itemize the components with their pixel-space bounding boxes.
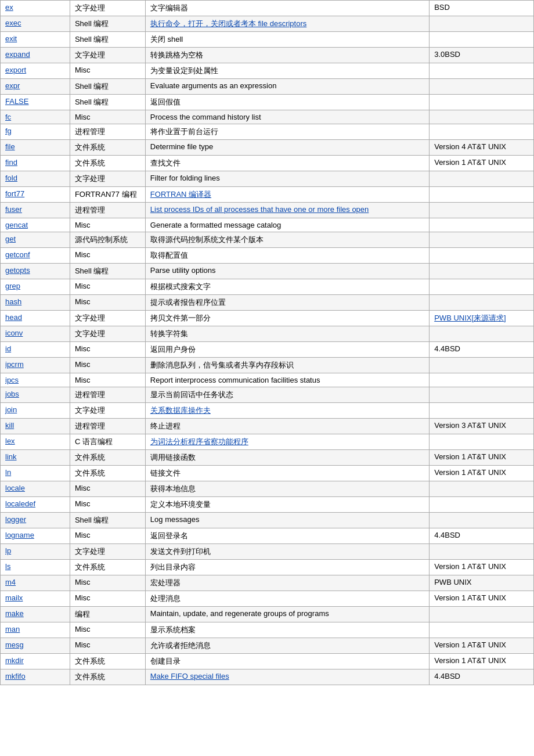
command-link[interactable]: kill <box>5 421 14 430</box>
description-cell: 为变量设定到处属性 <box>145 63 429 79</box>
command-link[interactable]: head <box>5 313 22 322</box>
command-link[interactable]: mkfifo <box>5 672 26 681</box>
category-cell: Misc <box>70 575 145 591</box>
table-row: loggerShell 编程Log messages <box>1 513 534 528</box>
command-link[interactable]: link <box>5 452 17 461</box>
command-link[interactable]: iconv <box>5 329 23 337</box>
table-row: FALSEShell 编程返回假值 <box>1 95 534 110</box>
command-link[interactable]: id <box>5 344 11 353</box>
description-link[interactable]: List process IDs of all processes that h… <box>150 205 369 214</box>
command-link[interactable]: fort77 <box>5 189 24 198</box>
description-link[interactable]: 执行命令，打开，关闭或者考本 file descriptors <box>150 19 306 28</box>
command-link[interactable]: fc <box>5 113 11 121</box>
version-cell <box>430 79 534 95</box>
command-link[interactable]: mailx <box>5 593 23 602</box>
command-link[interactable]: lex <box>5 437 15 445</box>
category-cell: Misc <box>70 110 145 124</box>
category-cell: Misc <box>70 481 145 497</box>
command-link[interactable]: join <box>5 405 17 414</box>
category-cell: 文字处理 <box>70 1 145 16</box>
command-link[interactable]: locale <box>5 484 25 492</box>
command-link[interactable]: getconf <box>5 250 30 259</box>
table-row: ipcsMiscReport interprocess communicatio… <box>1 373 534 387</box>
command-link[interactable]: FALSE <box>5 97 28 106</box>
description-link[interactable]: 为词法分析程序省察功能程序 <box>150 437 248 446</box>
description-cell: 文字编辑器 <box>145 1 429 16</box>
command-cell: expr <box>1 79 70 95</box>
description-cell: 定义本地环境变量 <box>145 497 429 513</box>
description-cell: 列出目录内容 <box>145 560 429 575</box>
command-link[interactable]: expr <box>5 81 20 90</box>
command-link[interactable]: fg <box>5 127 12 135</box>
command-link[interactable]: get <box>5 235 16 243</box>
command-link[interactable]: m4 <box>5 578 16 586</box>
command-cell: getconf <box>1 248 70 264</box>
version-cell <box>430 373 534 387</box>
table-row: localedefMisc定义本地环境变量 <box>1 497 534 513</box>
table-row: head文字处理拷贝文件第一部分PWB UNIX[来源请求] <box>1 311 534 326</box>
command-link[interactable]: jobs <box>5 390 19 398</box>
category-cell: 文字处理 <box>70 403 145 419</box>
table-row: mkdir文件系统创建目录Version 1 AT&T UNIX <box>1 654 534 669</box>
description-link[interactable]: FORTRAN 编译器 <box>150 190 211 199</box>
command-link[interactable]: gencat <box>5 221 28 229</box>
command-cell: m4 <box>1 575 70 591</box>
command-link[interactable]: ipcrm <box>5 360 24 369</box>
table-row: getconfMisc取得配置值 <box>1 248 534 264</box>
command-cell: localedef <box>1 497 70 513</box>
category-cell: 文字处理 <box>70 311 145 326</box>
version-link[interactable]: PWB UNIX[来源请求] <box>434 314 506 322</box>
version-cell: PWB UNIX[来源请求] <box>430 311 534 326</box>
category-cell: Misc <box>70 218 145 232</box>
category-cell: Misc <box>70 497 145 513</box>
version-cell: Version 1 AT&T UNIX <box>430 450 534 466</box>
category-cell: Shell 编程 <box>70 513 145 528</box>
description-link[interactable]: 关系数据库操作夫 <box>150 406 211 415</box>
command-link[interactable]: ipcs <box>5 376 19 384</box>
command-cell: kill <box>1 419 70 434</box>
table-row: lexC 语言编程为词法分析程序省察功能程序 <box>1 434 534 450</box>
description-cell: 提示或者报告程序位置 <box>145 295 429 311</box>
command-link[interactable]: fold <box>5 174 17 182</box>
command-link[interactable]: export <box>5 66 26 74</box>
command-link[interactable]: lp <box>5 546 11 555</box>
command-link[interactable]: ls <box>5 562 10 571</box>
command-link[interactable]: mkdir <box>5 656 24 665</box>
command-link[interactable]: find <box>5 158 17 167</box>
command-link[interactable]: man <box>5 625 20 633</box>
category-cell: 文件系统 <box>70 156 145 171</box>
description-cell: 允许或者拒绝消息 <box>145 638 429 654</box>
command-link[interactable]: ex <box>5 3 13 12</box>
command-cell: fold <box>1 171 70 187</box>
version-cell: 4.4BSD <box>430 528 534 544</box>
command-link[interactable]: logger <box>5 515 26 524</box>
description-cell: Filter for folding lines <box>145 171 429 187</box>
command-link[interactable]: make <box>5 609 24 618</box>
description-cell: 执行命令，打开，关闭或者考本 file descriptors <box>145 16 429 32</box>
command-link[interactable]: hash <box>5 297 21 306</box>
category-cell: Misc <box>70 279 145 295</box>
command-link[interactable]: ln <box>5 468 11 477</box>
version-cell <box>430 434 534 450</box>
command-link[interactable]: localedef <box>5 499 35 508</box>
command-cell: mesg <box>1 638 70 654</box>
command-link[interactable]: getopts <box>5 266 30 275</box>
description-link[interactable]: Make FIFO special files <box>150 672 229 681</box>
command-cell: jobs <box>1 387 70 403</box>
command-link[interactable]: expand <box>5 50 30 59</box>
version-cell <box>430 203 534 218</box>
version-cell: BSD <box>430 1 534 16</box>
command-link[interactable]: logname <box>5 531 34 539</box>
command-link[interactable]: fuser <box>5 205 22 214</box>
command-link[interactable]: file <box>5 142 15 151</box>
category-cell: Shell 编程 <box>70 32 145 48</box>
description-cell: List process IDs of all processes that h… <box>145 203 429 218</box>
category-cell: Misc <box>70 358 145 373</box>
command-link[interactable]: mesg <box>5 640 24 649</box>
command-link[interactable]: exec <box>5 19 21 27</box>
command-link[interactable]: exit <box>5 34 17 43</box>
table-row: lognameMisc返回登录名4.4BSD <box>1 528 534 544</box>
version-cell <box>430 110 534 124</box>
category-cell: 进程管理 <box>70 387 145 403</box>
command-link[interactable]: grep <box>5 282 20 290</box>
